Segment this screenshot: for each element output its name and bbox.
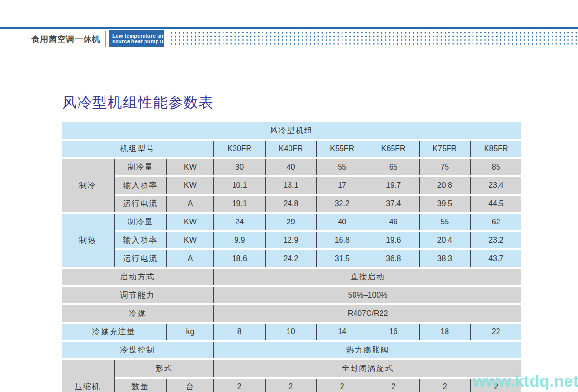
value-cell: 18.6: [213, 250, 265, 267]
value-cell: 20.8: [419, 177, 470, 194]
param-cell: 运行电流: [115, 196, 166, 212]
value-cell: 14: [316, 324, 368, 340]
value-cell: 16: [368, 324, 419, 340]
page-title: 风冷型机组性能参数表: [62, 93, 214, 113]
cooling-rows: 制冷量 KW 30 40 55 65 75 85 输入功率 KW 10.1 13…: [114, 159, 521, 212]
spec-row: 制冷量 KW 30 40 55 65 75 85: [115, 159, 521, 175]
cooling-section: 制冷 制冷量 KW 30 40 55 65 75 85 输入功率 KW 10.1…: [62, 159, 521, 212]
unit-cell: A: [166, 196, 213, 212]
dot-pattern-decoration: [170, 31, 578, 46]
row-value: 热力膨胀阀: [213, 342, 521, 358]
header-divider: [105, 31, 106, 47]
value-cell: 2: [265, 379, 316, 392]
value-cell: 39.5: [419, 196, 470, 212]
value-cell: 30: [213, 159, 265, 175]
model-name: K75FR: [419, 141, 470, 157]
compressor-section: 压缩机 形式 全封闭涡旋式 数量 台 2 2 2 2 2 2: [62, 360, 521, 392]
refrigerant-charge-row: 冷媒充注量 kg 8 10 14 16 18 22: [62, 324, 521, 340]
row-label: 数量: [115, 379, 166, 392]
value-cell: 23.4: [470, 177, 522, 194]
value-cell: 29: [265, 214, 316, 230]
value-cell: 40: [265, 159, 316, 175]
model-name: K65FR: [368, 141, 419, 157]
value-cell: 44.5: [470, 196, 522, 212]
unit-cell: KW: [166, 159, 213, 175]
table-caption: 风冷型机组: [62, 122, 521, 139]
value-cell: 22: [470, 324, 522, 340]
value-cell: 32.2: [316, 196, 368, 212]
param-cell: 运行电流: [115, 250, 166, 267]
heating-rows: 制冷量 KW 24 29 40 46 55 62 输入功率 KW 9.9 12.…: [114, 214, 521, 267]
compressor-group-cell: 压缩机: [62, 360, 114, 392]
unit-cell: KW: [166, 232, 213, 248]
unit-cell: 台: [166, 379, 213, 392]
value-cell: 43.7: [470, 250, 522, 267]
unit-cell: A: [166, 250, 213, 267]
param-cell: 输入功率: [115, 177, 166, 194]
value-cell: 19.1: [213, 196, 265, 212]
value-cell: 10.1: [213, 177, 265, 194]
row-label: 调节能力: [62, 287, 213, 303]
model-name: K40FR: [265, 141, 316, 157]
value-cell: 65: [368, 159, 419, 175]
value-cell: 19.7: [368, 177, 419, 194]
value-cell: 55: [419, 214, 470, 230]
value-cell: 62: [470, 214, 522, 230]
row-label: 冷媒控制: [62, 342, 213, 358]
spec-row: 运行电流 A 19.1 24.8 32.2 37.4 39.5 44.5: [115, 196, 521, 212]
value-cell: 37.4: [368, 196, 419, 212]
row-value: 50%–100%: [213, 287, 521, 303]
model-name: K85FR: [470, 141, 522, 157]
unit-cell: kg: [166, 324, 213, 340]
spec-table: 风冷型机组 机组型号 K30FR K40FR K55FR K65FR K75FR…: [62, 122, 521, 392]
row-label: 冷媒充注量: [62, 324, 166, 340]
cooling-group-cell: 制冷: [62, 159, 114, 212]
unit-cell: KW: [166, 214, 213, 230]
value-cell: 40: [316, 214, 368, 230]
value-cell: 19.6: [368, 232, 419, 248]
row-value: 直接启动: [213, 269, 521, 285]
site-watermark: www.ktdq.net: [473, 372, 578, 391]
param-cell: 制冷量: [115, 159, 166, 175]
brand-title: 食用菌空调一休机: [31, 34, 101, 45]
value-cell: 24.2: [265, 250, 316, 267]
badge-line-1: Low temperature air: [112, 33, 164, 39]
value-cell: 12.9: [265, 232, 316, 248]
badge-line-2: source heat pump unit: [112, 39, 164, 44]
compressor-type-row: 形式 全封闭涡旋式: [115, 360, 521, 377]
capacity-adjust-row: 调节能力 50%–100%: [62, 287, 521, 303]
value-cell: 36.8: [368, 250, 419, 267]
refrigerant-control-row: 冷媒控制 热力膨胀阀: [62, 342, 521, 358]
value-cell: 23.2: [470, 232, 522, 248]
value-cell: 2: [316, 379, 368, 392]
model-header-row: 机组型号 K30FR K40FR K55FR K65FR K75FR K85FR: [62, 141, 521, 157]
model-name: K30FR: [213, 141, 265, 157]
model-name: K55FR: [316, 141, 368, 157]
value-cell: 18: [419, 324, 470, 340]
value-cell: 55: [316, 159, 368, 175]
param-cell: 输入功率: [115, 232, 166, 248]
table-caption-row: 风冷型机组: [62, 122, 521, 139]
value-cell: 2: [368, 379, 419, 392]
header-rule: [0, 27, 578, 29]
value-cell: 38.3: [419, 250, 470, 267]
value-cell: 9.9: [213, 232, 265, 248]
value-cell: 46: [368, 214, 419, 230]
catalog-page: 食用菌空调一休机 Low temperature air source heat…: [0, 0, 578, 392]
spec-row: 输入功率 KW 9.9 12.9 16.8 19.6 20.4 23.2: [115, 232, 521, 248]
model-header-label: 机组型号: [62, 141, 213, 157]
value-cell: 17: [316, 177, 368, 194]
row-label: 形式: [115, 360, 213, 377]
value-cell: 24: [213, 214, 265, 230]
row-label: 启动方式: [62, 269, 213, 285]
compressor-qty-row: 数量 台 2 2 2 2 2 2: [115, 379, 521, 392]
value-cell: 2: [213, 379, 265, 392]
value-cell: 10: [265, 324, 316, 340]
value-cell: 20.4: [419, 232, 470, 248]
spec-row: 运行电流 A 18.6 24.2 31.5 36.8 38.3 43.7: [115, 250, 521, 267]
param-cell: 制冷量: [115, 214, 166, 230]
refrigerant-row: 冷媒 R407C/R22: [62, 305, 521, 322]
heating-section: 制热 制冷量 KW 24 29 40 46 55 62 输入功率 KW 9.9 …: [62, 214, 521, 267]
row-value: R407C/R22: [213, 305, 521, 322]
heating-group-cell: 制热: [62, 214, 114, 267]
